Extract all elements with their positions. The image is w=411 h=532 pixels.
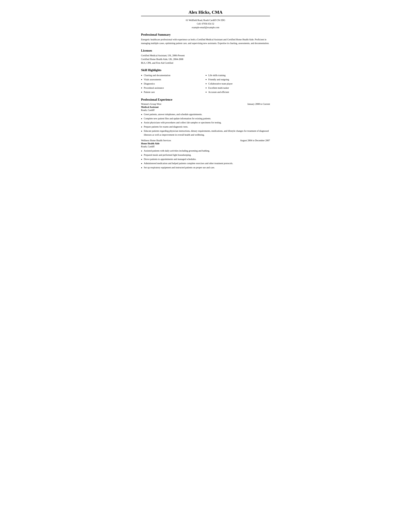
job-bullet: Set up respiratory equipment and instruc… xyxy=(141,166,270,170)
license-item: Certified Medical Assistant, UK, 2006-Pr… xyxy=(141,54,270,57)
job-header: Women's Group WestJanuary 2008 to Curren… xyxy=(141,103,270,105)
address-line: 61 Wellfield Road, Roath Cardiff CF4 3DG xyxy=(141,19,270,22)
section-skill-highlights: Skill Highlights Charting and documentat… xyxy=(141,68,270,94)
job-bullets: Assisted patients with daily activities … xyxy=(141,149,270,170)
professional-summary-body: Energetic healthcare professional with e… xyxy=(141,38,270,45)
skill-item: Patient care xyxy=(141,90,206,94)
email-line: example-email@example.com xyxy=(141,26,270,29)
job-title: Medical Assistant xyxy=(141,106,270,108)
skills-left-col: Charting and documentationVitals assessm… xyxy=(141,73,206,94)
skills-grid: Charting and documentationVitals assessm… xyxy=(141,73,270,94)
skill-item: Charting and documentation xyxy=(141,73,206,77)
job-date: January 2008 to Current xyxy=(247,103,270,105)
skill-item: Diagnostics xyxy=(141,82,206,86)
job-bullet: Drove patients to appointments and manag… xyxy=(141,157,270,161)
job-bullet: Assisted patients with daily activities … xyxy=(141,149,270,153)
skill-item: Life skills training xyxy=(206,73,270,77)
job-date: August 2004 to December 2007 xyxy=(240,139,270,142)
job-bullet: Prepared meals and performed light house… xyxy=(141,153,270,157)
job-company: Wellness Home Health Services xyxy=(141,139,171,142)
professional-summary-title: Professional Summary xyxy=(141,33,270,37)
job-bullet: Assist physicians with procedures and co… xyxy=(141,121,270,125)
job-bullet: Educate patients regarding physician ins… xyxy=(141,129,270,137)
skills-right-col: Life skills trainingFriendly and outgoin… xyxy=(206,73,270,94)
skill-item: Excellent multi-tasker xyxy=(206,86,270,90)
licenses-title: Licenses xyxy=(141,49,270,52)
job-bullets: Greet patients, answer telephones, and s… xyxy=(141,113,270,137)
licenses-list: Certified Medical Assistant, UK, 2006-Pr… xyxy=(141,54,270,65)
skill-item: Friendly and outgoing xyxy=(206,77,270,82)
skills-right-list: Life skills trainingFriendly and outgoin… xyxy=(206,73,270,94)
skills-left-list: Charting and documentationVitals assessm… xyxy=(141,73,206,94)
job-location: Roath, Cardiff xyxy=(141,109,270,112)
resume-name: Alex Hicks, CMA xyxy=(141,10,270,15)
section-professional-experience: Professional Experience Women's Group We… xyxy=(141,98,270,170)
job-location: Roath, Cardiff xyxy=(141,145,270,148)
job-bullet: Administered medication and helped patie… xyxy=(141,162,270,165)
job-title: Home Health Aide xyxy=(141,142,270,145)
job-company: Women's Group West xyxy=(141,103,161,105)
skill-item: Collaborative team player xyxy=(206,82,270,86)
header-divider xyxy=(141,16,270,16)
job-entry: Women's Group WestJanuary 2008 to Curren… xyxy=(141,103,270,137)
skill-item: Vitals assessments xyxy=(141,77,206,82)
license-item: BLS, CPR, and First Aid Certified xyxy=(141,61,270,65)
section-professional-summary: Professional Summary Energetic healthcar… xyxy=(141,33,270,45)
professional-experience-title: Professional Experience xyxy=(141,98,270,101)
skill-item: Procedural assistance xyxy=(141,86,206,90)
job-bullet: Complete new patient files and update in… xyxy=(141,117,270,121)
section-licenses: Licenses Certified Medical Assistant, UK… xyxy=(141,49,270,65)
header-contact: 61 Wellfield Road, Roath Cardiff CF4 3DG… xyxy=(141,19,270,29)
job-entry: Wellness Home Health ServicesAugust 2004… xyxy=(141,139,270,170)
job-header: Wellness Home Health ServicesAugust 2004… xyxy=(141,139,270,142)
license-item: Certified Home Health Aide, UK, 2004-200… xyxy=(141,57,270,61)
job-bullet: Prepare patients for exams and diagnosti… xyxy=(141,125,270,129)
skill-highlights-title: Skill Highlights xyxy=(141,68,270,72)
job-bullet: Greet patients, answer telephones, and s… xyxy=(141,113,270,116)
cell-line: Cell: 07956 654 32 xyxy=(141,22,270,26)
jobs-container: Women's Group WestJanuary 2008 to Curren… xyxy=(141,103,270,170)
skill-item: Accurate and efficient xyxy=(206,90,270,94)
